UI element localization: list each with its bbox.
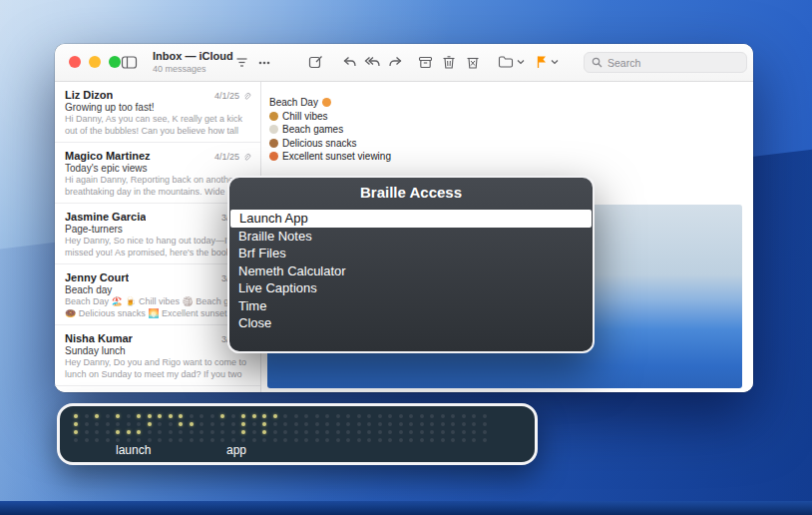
- braille-cell: [388, 414, 403, 442]
- braille-cell: [116, 414, 131, 442]
- search-placeholder: Search: [608, 57, 640, 69]
- flag-button[interactable]: [536, 51, 559, 73]
- chevron-down-icon: [517, 59, 525, 65]
- menu-item[interactable]: Live Captions: [229, 279, 593, 297]
- braille-cell: [179, 414, 194, 442]
- menu-item[interactable]: Time: [229, 297, 593, 315]
- search-icon: [592, 57, 603, 68]
- folder-icon: [498, 55, 514, 69]
- forward-icon: [388, 55, 403, 69]
- braille-word-label: app: [226, 443, 246, 457]
- beach-umbrella-emoji: [322, 98, 331, 107]
- window-title: Inbox — iCloud: [153, 50, 270, 63]
- menu-item[interactable]: Braille Notes: [229, 228, 593, 246]
- minimize-button[interactable]: [89, 56, 101, 68]
- sunset-emoji: [269, 152, 278, 161]
- bullet-text: Chill vibes: [282, 110, 328, 124]
- reply-all-icon: [364, 55, 381, 69]
- braille-cell: [220, 414, 235, 442]
- message-date: 4/1/25: [214, 152, 239, 162]
- menu-item-label: Close: [238, 315, 271, 330]
- bullet-text: Beach games: [282, 123, 343, 137]
- reply-all-button[interactable]: [364, 51, 381, 73]
- archive-button[interactable]: [418, 51, 433, 73]
- reply-icon: [342, 55, 357, 69]
- sender-name: Jenny Court: [65, 271, 129, 283]
- message-subject: Sunday lunch: [65, 345, 251, 356]
- junk-button[interactable]: [466, 51, 480, 73]
- braille-cell: [409, 414, 424, 442]
- trash-button[interactable]: [442, 51, 456, 73]
- junk-icon: [466, 55, 480, 70]
- reply-button[interactable]: [342, 51, 357, 73]
- braille-display: launch app: [57, 403, 538, 465]
- message-preview: Beach Day 🏖️ 🍺 Chill vibes 🏐 Beach games…: [65, 296, 251, 319]
- trash-icon: [442, 55, 456, 70]
- beer-emoji: [269, 112, 278, 121]
- window-controls: [69, 56, 121, 68]
- menu-item[interactable]: Launch App: [230, 210, 592, 228]
- message-preview: Hi Danny, As you can see, K really get a…: [65, 114, 251, 137]
- zoom-button[interactable]: [109, 56, 121, 68]
- menu-item-label: Nemeth Calculator: [238, 263, 346, 278]
- sidebar-icon: [121, 55, 138, 70]
- braille-cell: [430, 414, 445, 442]
- ellipsis-icon: [256, 55, 272, 70]
- bullet-text: Delicious snacks: [282, 137, 356, 151]
- donut-emoji: [269, 139, 278, 148]
- message-count: 40 messages: [153, 64, 270, 74]
- email-bullet-line: Chill vibes: [269, 110, 753, 124]
- braille-cell: [325, 414, 340, 442]
- sender-name: Magico Martinez: [65, 150, 151, 162]
- compose-button[interactable]: [308, 51, 324, 73]
- menu-item-label: Launch App: [239, 211, 308, 226]
- sender-name: Nisha Kumar: [65, 332, 133, 344]
- filter-icon: [234, 55, 249, 70]
- menu-item-label: Braille Notes: [238, 229, 312, 244]
- braille-cell: [367, 414, 382, 442]
- braille-cell: [74, 414, 89, 442]
- window-titlebar[interactable]: Inbox — iCloud 40 messages: [55, 44, 753, 82]
- message-date: 4/1/25: [214, 91, 239, 101]
- menu-item[interactable]: Nemeth Calculator: [229, 262, 593, 280]
- braille-cell: [158, 414, 173, 442]
- braille-cell: [283, 414, 298, 442]
- desktop: Inbox — iCloud 40 messages: [0, 0, 812, 515]
- braille-cell: [451, 414, 466, 442]
- braille-access-menu: Launch App Braille Notes Brf Files Nemet…: [229, 210, 593, 332]
- more-button[interactable]: [256, 51, 272, 73]
- email-title-line: Beach Day: [269, 96, 753, 110]
- message-subject: Beach day: [65, 284, 251, 295]
- sender-name: Liz Dizon: [65, 89, 113, 101]
- message-preview: Hey Danny, Do you and Rigo want to come …: [65, 357, 251, 380]
- braille-cell: [137, 414, 152, 442]
- braille-cell: [346, 414, 361, 442]
- filter-button[interactable]: [234, 51, 249, 73]
- move-to-folder-button[interactable]: [498, 51, 525, 73]
- message-row[interactable]: Liz Dizon 4/1/25 Growing up too fast! Hi…: [55, 82, 260, 143]
- braille-cell: [95, 414, 110, 442]
- menu-item-label: Time: [238, 298, 266, 313]
- message-preview: Hey Danny, So nice to hang out today—I'v…: [65, 236, 251, 258]
- flag-icon: [536, 55, 548, 69]
- window-title-block: Inbox — iCloud 40 messages: [153, 50, 270, 74]
- archive-icon: [418, 55, 433, 70]
- message-subject: Growing up too fast!: [65, 102, 251, 113]
- compose-icon: [308, 54, 324, 70]
- menu-item[interactable]: Brf Files: [229, 245, 593, 262]
- chevron-down-icon: [551, 59, 559, 65]
- email-body: Beach Day Chill vibes Beach games: [261, 82, 753, 164]
- message-row[interactable]: Nisha Kumar 3/26/25 Neighborhood garden …: [55, 386, 260, 392]
- close-button[interactable]: [69, 56, 81, 68]
- forward-button[interactable]: [388, 51, 403, 73]
- email-bullet-line: Beach games: [269, 123, 753, 137]
- sidebar-toggle-button[interactable]: [121, 51, 138, 73]
- message-preview: Hi again Danny, Reporting back on anothe…: [65, 175, 251, 198]
- search-field[interactable]: Search: [584, 52, 747, 73]
- message-subject: Today's epic views: [65, 163, 251, 174]
- menu-item[interactable]: Close: [229, 314, 593, 332]
- braille-cell: [472, 414, 487, 442]
- attachment-icon: [242, 153, 251, 162]
- email-bullet-line: Delicious snacks: [269, 137, 753, 151]
- menu-item-label: Brf Files: [238, 246, 286, 260]
